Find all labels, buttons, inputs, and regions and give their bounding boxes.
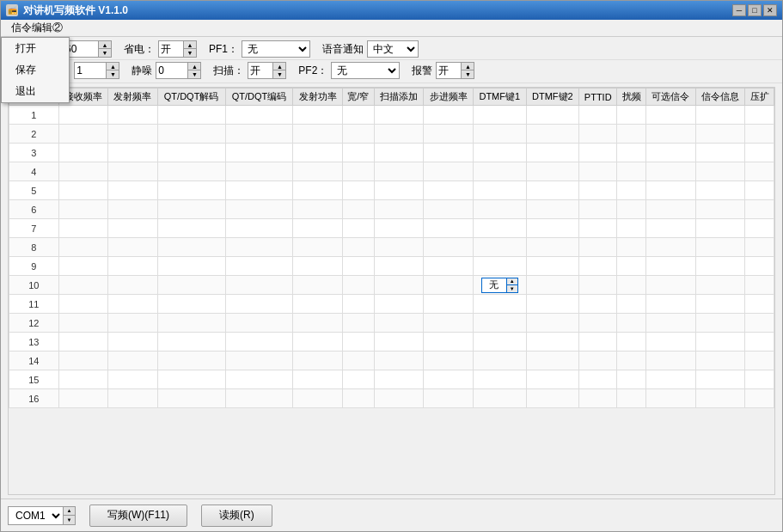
- cell-data[interactable]: [424, 352, 474, 370]
- cell-data[interactable]: [424, 144, 474, 162]
- cell-data[interactable]: [374, 352, 424, 370]
- menu-item-file[interactable]: 信令编辑②: [4, 19, 70, 37]
- cell-data[interactable]: [157, 219, 225, 238]
- cell-data[interactable]: [157, 257, 225, 276]
- cell-data[interactable]: [108, 276, 158, 295]
- cell-data[interactable]: [58, 106, 108, 125]
- table-row[interactable]: 7: [9, 219, 774, 238]
- cell-data[interactable]: [424, 238, 474, 257]
- cell-data[interactable]: [108, 200, 158, 219]
- cell-data[interactable]: [579, 125, 617, 144]
- cell-data[interactable]: [617, 276, 646, 295]
- cell-data[interactable]: [579, 219, 617, 238]
- scan-up[interactable]: ▲: [273, 63, 285, 70]
- cell-data[interactable]: [424, 333, 474, 352]
- cell-data[interactable]: [424, 257, 474, 276]
- cell-data[interactable]: [293, 106, 343, 125]
- cell-data[interactable]: [646, 162, 696, 181]
- cell-data[interactable]: [526, 314, 579, 333]
- cell-compress[interactable]: [745, 370, 774, 389]
- table-row[interactable]: 12: [9, 314, 774, 333]
- alarm-down[interactable]: ▼: [462, 70, 474, 78]
- cell-data[interactable]: [225, 200, 293, 219]
- table-row[interactable]: 16: [9, 389, 774, 408]
- com-port-up[interactable]: ▲: [64, 507, 75, 516]
- cell-data[interactable]: [374, 370, 424, 389]
- cell-data[interactable]: [646, 370, 696, 389]
- cell-compress[interactable]: [745, 389, 774, 408]
- cell-data[interactable]: [293, 125, 343, 144]
- cell-data[interactable]: [424, 106, 474, 125]
- cell-data[interactable]: [617, 389, 646, 408]
- alarm-spinbox[interactable]: 开 ▲ ▼: [436, 62, 474, 79]
- cell-data[interactable]: [579, 370, 617, 389]
- cell-data[interactable]: [58, 219, 108, 238]
- cell-data[interactable]: [157, 125, 225, 144]
- cell-data[interactable]: [293, 333, 343, 352]
- cell-data[interactable]: [108, 219, 158, 238]
- cell-data[interactable]: [374, 333, 424, 352]
- cell-data[interactable]: [342, 200, 374, 219]
- cell-data[interactable]: [342, 352, 374, 370]
- com-port-spinbox-btns[interactable]: ▲ ▼: [64, 506, 76, 525]
- cell-data[interactable]: [225, 333, 293, 352]
- cell-data[interactable]: [695, 106, 745, 125]
- cell-data[interactable]: [695, 295, 745, 314]
- cell-data[interactable]: [157, 333, 225, 352]
- cell-data[interactable]: [424, 200, 474, 219]
- cell-dtmf1[interactable]: [474, 162, 527, 181]
- squelch-spinbox[interactable]: 0 ▲ ▼: [156, 62, 201, 79]
- cell-data[interactable]: [225, 144, 293, 162]
- cell-data[interactable]: [617, 125, 646, 144]
- cell-data[interactable]: [342, 238, 374, 257]
- cell-data[interactable]: [695, 333, 745, 352]
- com-port-down[interactable]: ▼: [64, 515, 75, 524]
- cell-dtmf1[interactable]: [474, 370, 527, 389]
- com-port-select[interactable]: COM1 COM2 COM3 COM4: [9, 507, 63, 524]
- vox-delay-down[interactable]: ▼: [107, 70, 119, 78]
- cell-data[interactable]: [374, 314, 424, 333]
- cell-data[interactable]: [646, 106, 696, 125]
- cell-dtmf1[interactable]: [474, 389, 527, 408]
- cell-data[interactable]: [342, 125, 374, 144]
- cell-data[interactable]: [108, 257, 158, 276]
- scan-spinbox[interactable]: 开 ▲ ▼: [248, 62, 286, 79]
- cell-compress[interactable]: [745, 238, 774, 257]
- table-row[interactable]: 2: [9, 125, 774, 144]
- dtmf1-spinbox[interactable]: ▲ ▼: [481, 278, 518, 293]
- cell-data[interactable]: [293, 162, 343, 181]
- cell-data[interactable]: [695, 352, 745, 370]
- cell-data[interactable]: [225, 295, 293, 314]
- cell-data[interactable]: [157, 238, 225, 257]
- cell-dtmf1[interactable]: [474, 295, 527, 314]
- cell-data[interactable]: [579, 314, 617, 333]
- dtmf1-up[interactable]: ▲: [507, 278, 517, 285]
- cell-data[interactable]: [526, 295, 579, 314]
- timeout-timer-spinbox[interactable]: 60 ▲ ▼: [63, 40, 112, 58]
- cell-data[interactable]: [424, 389, 474, 408]
- cell-data[interactable]: [579, 389, 617, 408]
- cell-data[interactable]: [342, 219, 374, 238]
- cell-data[interactable]: [293, 314, 343, 333]
- cell-data[interactable]: [617, 200, 646, 219]
- dropdown-item-exit[interactable]: 退出: [2, 81, 69, 102]
- cell-compress[interactable]: [745, 219, 774, 238]
- pf1-combo[interactable]: 无: [242, 40, 310, 58]
- cell-data[interactable]: [617, 370, 646, 389]
- cell-data[interactable]: [424, 125, 474, 144]
- cell-data[interactable]: [526, 144, 579, 162]
- cell-data[interactable]: [579, 333, 617, 352]
- cell-compress[interactable]: [745, 162, 774, 181]
- cell-data[interactable]: [225, 370, 293, 389]
- cell-compress[interactable]: [745, 295, 774, 314]
- cell-data[interactable]: [58, 314, 108, 333]
- power-save-up[interactable]: ▲: [184, 41, 196, 49]
- cell-data[interactable]: [374, 106, 424, 125]
- cell-data[interactable]: [646, 144, 696, 162]
- cell-dtmf1[interactable]: [474, 314, 527, 333]
- cell-data[interactable]: [157, 144, 225, 162]
- cell-data[interactable]: [579, 276, 617, 295]
- cell-data[interactable]: [646, 238, 696, 257]
- cell-data[interactable]: [424, 219, 474, 238]
- cell-data[interactable]: [695, 276, 745, 295]
